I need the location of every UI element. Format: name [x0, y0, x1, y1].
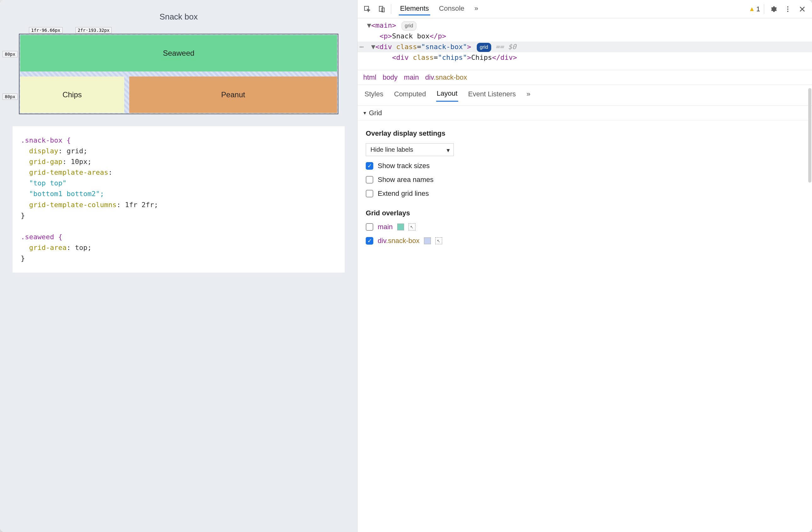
dom-breadcrumbs: html body main div.snack-box [358, 70, 812, 85]
grid-cell-peanut: Peanut [129, 76, 337, 113]
warning-icon: ▲ [749, 5, 755, 13]
sidebar-subpanel-tabs: Styles Computed Layout Event Listeners » [358, 85, 812, 106]
overlay-display-settings-heading: Overlay display settings [366, 129, 804, 138]
show-track-sizes-row: ✓ Show track sizes [366, 162, 804, 170]
subtab-more-overflow[interactable]: » [526, 89, 531, 101]
show-area-names-row: Show area names [366, 176, 804, 184]
css-code-block: .snack-box { display: grid; grid-gap: 10… [13, 126, 345, 272]
svg-point-5 [787, 11, 788, 12]
checkbox-show-area-names[interactable] [366, 176, 373, 183]
grid-section-header[interactable]: ▼ Grid [358, 106, 812, 121]
tree-node-p[interactable]: <p>Snack box</p> [367, 31, 809, 42]
grid-cell-chips: Chips [20, 76, 124, 113]
main-tabs: Elements Console » [399, 2, 480, 15]
highlight-element-icon[interactable]: ↖ [435, 237, 442, 244]
svg-point-3 [787, 6, 788, 8]
devtools-toolbar: Elements Console » ▲ 1 [358, 0, 812, 18]
page-title: Snack box [13, 12, 345, 22]
scrollbar[interactable] [808, 88, 811, 183]
highlight-element-icon[interactable]: ↖ [408, 224, 416, 230]
warnings-badge[interactable]: ▲ 1 [749, 5, 760, 13]
color-swatch[interactable] [397, 224, 404, 230]
grid-preview: 1fr·96.66px 2fr·193.32px 80px 80px Seawe… [19, 34, 338, 114]
extend-grid-lines-row: Extend grid lines [366, 190, 804, 198]
divider [391, 4, 391, 14]
layout-panel-body: Overlay display settings Hide line label… [358, 121, 812, 254]
breadcrumb-item[interactable]: body [383, 73, 398, 82]
checkbox-extend-grid-lines[interactable] [366, 190, 373, 197]
devtools-window: Snack box 1fr·96.66px 2fr·193.32px 80px … [0, 0, 812, 532]
breadcrumb-item[interactable]: html [363, 73, 376, 82]
svg-rect-0 [364, 6, 368, 10]
subtab-layout[interactable]: Layout [436, 89, 458, 102]
close-icon[interactable] [797, 4, 808, 14]
breadcrumb-item[interactable]: main [404, 73, 419, 82]
tab-elements[interactable]: Elements [399, 2, 430, 15]
line-labels-select[interactable]: Hide line labels [366, 143, 454, 156]
tree-node-chips[interactable]: <div class="chips">Chips</div> [367, 52, 809, 63]
checkbox-overlay-main[interactable] [366, 223, 373, 231]
page-preview-pane: Snack box 1fr·96.66px 2fr·193.32px 80px … [0, 0, 357, 532]
settings-gear-icon[interactable] [768, 4, 779, 14]
checkbox-overlay-snack-box[interactable]: ✓ [366, 237, 373, 244]
tree-node-main[interactable]: ▼<main> grid [367, 20, 809, 31]
track-size-label: 1fr·96.66px [29, 27, 62, 33]
divider [764, 4, 764, 14]
subtab-styles[interactable]: Styles [364, 89, 384, 101]
track-size-label: 80px [2, 94, 18, 100]
tab-console[interactable]: Console [438, 2, 466, 15]
disclosure-triangle-icon: ▼ [363, 111, 367, 115]
svg-point-4 [787, 9, 788, 10]
track-size-label: 80px [2, 51, 18, 57]
grid-overlays-heading: Grid overlays [366, 209, 804, 217]
svg-rect-1 [379, 6, 383, 11]
snack-box-grid: Seaweed Chips Peanut [19, 34, 338, 114]
inspect-element-icon[interactable] [362, 4, 373, 14]
devtools-panel: Elements Console » ▲ 1 ▼<main> grid <p [357, 0, 812, 532]
kebab-menu-icon[interactable] [782, 4, 793, 14]
grid-badge-active[interactable]: grid [477, 43, 492, 52]
overlay-row-snack-box: ✓ div.snack-box ↖ [366, 237, 804, 245]
grid-cell-seaweed: Seaweed [20, 35, 337, 71]
grid-badge[interactable]: grid [402, 22, 416, 30]
checkbox-show-track-sizes[interactable]: ✓ [366, 162, 373, 170]
breadcrumb-item[interactable]: div.snack-box [425, 73, 467, 82]
subtab-event-listeners[interactable]: Event Listeners [468, 89, 517, 101]
tab-more-overflow[interactable]: » [473, 2, 480, 15]
device-toggle-icon[interactable] [376, 4, 387, 14]
subtab-computed[interactable]: Computed [393, 89, 427, 101]
color-swatch[interactable] [424, 237, 431, 244]
elements-dom-tree[interactable]: ▼<main> grid <p>Snack box</p> ▼<div clas… [358, 18, 812, 70]
tree-node-snack-box[interactable]: ▼<div class="snack-box"> grid == $0 [358, 42, 812, 52]
overlay-row-main: main ↖ [366, 223, 804, 231]
track-size-label: 2fr·193.32px [75, 27, 112, 33]
